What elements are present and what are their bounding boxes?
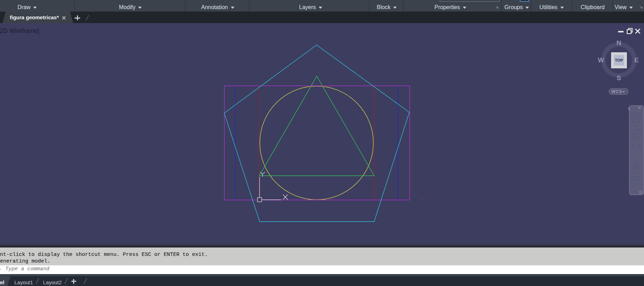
svg-text:TOP: TOP bbox=[615, 58, 623, 62]
svg-text:N: N bbox=[616, 39, 621, 47]
svg-text:S: S bbox=[617, 74, 621, 82]
svg-text:WCS: WCS bbox=[611, 89, 622, 94]
svg-text:W: W bbox=[598, 56, 604, 64]
svg-text:E: E bbox=[634, 56, 639, 64]
